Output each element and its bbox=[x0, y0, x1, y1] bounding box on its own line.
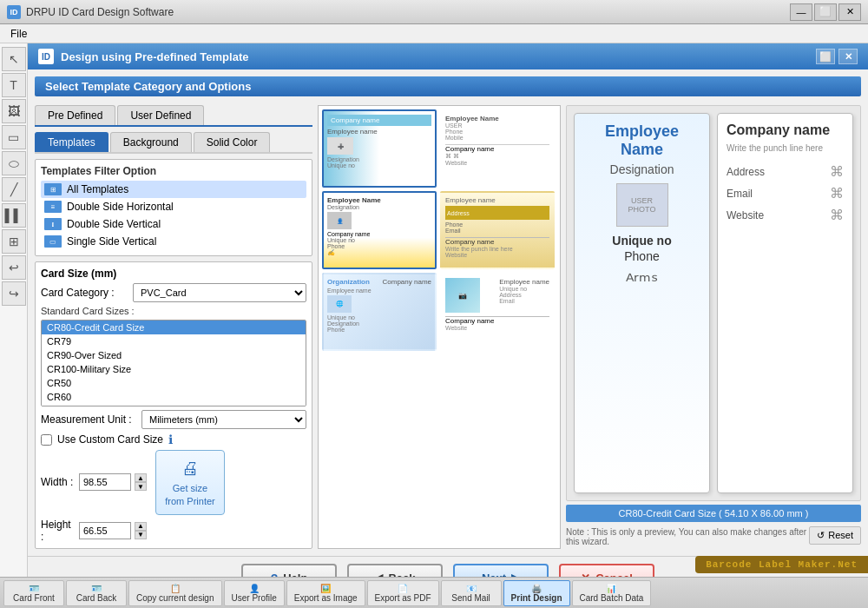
preview-card-back: Company name Write the punch line here A… bbox=[717, 113, 853, 493]
custom-size-label: Use Custom Card Size bbox=[57, 433, 163, 446]
template-thumb-5[interactable]: Organization Company name Employee name … bbox=[322, 273, 437, 351]
cancel-button[interactable]: ✕ Cancel bbox=[559, 564, 654, 577]
height-down[interactable]: ▼ bbox=[135, 531, 147, 539]
next-button[interactable]: Next ▶ bbox=[453, 564, 549, 577]
close-button[interactable]: ✕ bbox=[838, 3, 861, 21]
filter-single-vert[interactable]: ▭ Single Side Vertical bbox=[41, 233, 306, 250]
filter-double-horiz[interactable]: ≡ Double Side Horizontal bbox=[41, 198, 306, 215]
size-cr79[interactable]: CR79 bbox=[42, 334, 306, 348]
get-size-button[interactable]: 🖨 Get size from Printer bbox=[155, 450, 225, 515]
back-email-icon: ⌘ bbox=[830, 185, 844, 202]
size-cr90[interactable]: CR90-Over Sized bbox=[42, 348, 306, 362]
filter-icon-all: ⊞ bbox=[44, 183, 62, 195]
tool-image[interactable]: 🖼 bbox=[2, 99, 26, 123]
info-icon[interactable]: ℹ bbox=[168, 433, 173, 446]
taskbar-user-profile[interactable]: 👤 User Profile bbox=[224, 580, 285, 606]
template-row-2: Employee Name Designation 👤 Company name… bbox=[322, 191, 556, 269]
tool-redo[interactable]: ↪ bbox=[2, 281, 26, 306]
tool-undo[interactable]: ↩ bbox=[2, 255, 26, 280]
custom-size-checkbox[interactable] bbox=[41, 434, 52, 446]
batch-label: Card Batch Data bbox=[580, 593, 644, 603]
template-thumb-1[interactable]: Company name Employee name ➕ Designation… bbox=[322, 109, 437, 188]
filter-icon-sv: ▭ bbox=[44, 235, 62, 248]
minimize-button[interactable]: — bbox=[790, 3, 812, 21]
sub-tabs: Templates Background Solid Color bbox=[35, 132, 312, 154]
size-cr60[interactable]: CR60 bbox=[42, 390, 306, 404]
template-thumb-2[interactable]: Employee Name USER Phone Mobile Company … bbox=[440, 109, 555, 188]
taskbar-card-back[interactable]: 🪪 Card Back bbox=[66, 580, 127, 606]
mail-label: Send Mail bbox=[451, 593, 490, 603]
preview-company: Company name bbox=[727, 122, 844, 138]
image-label: Export as Image bbox=[294, 593, 358, 603]
measurement-label: Measurement Unit : bbox=[41, 413, 136, 426]
card-back-label: Card Back bbox=[76, 593, 117, 603]
taskbar-print-design[interactable]: 🖨️ Print Design bbox=[503, 580, 570, 606]
tab-userdefined[interactable]: User Defined bbox=[117, 105, 204, 125]
taskbar-send-mail[interactable]: 📧 Send Mail bbox=[441, 580, 502, 606]
tool-barcode[interactable]: ▌▌ bbox=[2, 203, 26, 228]
tool-text[interactable]: T bbox=[2, 73, 26, 97]
taskbar-card-batch[interactable]: 📊 Card Batch Data bbox=[572, 580, 652, 606]
tool-line[interactable]: ╱ bbox=[2, 177, 26, 202]
size-cr70[interactable]: CR70 bbox=[42, 404, 306, 406]
back-button[interactable]: ◀ Back bbox=[347, 564, 443, 577]
filter-title: Templates Filter Option bbox=[41, 165, 306, 177]
tool-arrow[interactable]: ↖ bbox=[2, 47, 26, 71]
width-down[interactable]: ▼ bbox=[135, 482, 147, 491]
dialog-maximize[interactable]: ⬜ bbox=[816, 49, 835, 64]
measurement-dropdown[interactable]: Milimeters (mm) bbox=[141, 410, 306, 429]
tab-predefined[interactable]: Pre Defined bbox=[35, 105, 115, 125]
main-panel: Pre Defined User Defined Templates Backg… bbox=[35, 105, 861, 549]
height-input[interactable] bbox=[79, 522, 131, 539]
size-cr100[interactable]: CR100-Military Size bbox=[42, 362, 306, 376]
menu-file[interactable]: File bbox=[3, 26, 34, 42]
taskbar-export-pdf[interactable]: 📄 Export as PDF bbox=[367, 580, 439, 606]
height-spinner: ▲ ▼ bbox=[135, 522, 147, 539]
custom-size-row: Use Custom Card Size ℹ bbox=[41, 433, 306, 446]
size-cr50[interactable]: CR50 bbox=[42, 376, 306, 390]
height-up[interactable]: ▲ bbox=[135, 522, 147, 531]
tab-background[interactable]: Background bbox=[110, 132, 192, 152]
watermark: Barcode Label Maker.Net bbox=[695, 556, 868, 573]
width-input[interactable] bbox=[79, 473, 131, 491]
tool-qr[interactable]: ⊞ bbox=[2, 229, 26, 254]
dialog-title-text: Design using Pre-defined Template bbox=[61, 50, 248, 63]
filter-label-dh: Double Side Horizontal bbox=[67, 201, 174, 213]
tool-rect[interactable]: ▭ bbox=[2, 125, 26, 149]
card-size-section: Card Size (mm) Card Category : PVC_Card … bbox=[35, 261, 312, 549]
dialog-close[interactable]: ✕ bbox=[838, 49, 858, 64]
get-size-label: Get size from Printer bbox=[165, 482, 215, 509]
template-row-1: Company name Employee name ➕ Designation… bbox=[322, 109, 556, 188]
preview-note: Note : This is only a preview, You can a… bbox=[566, 527, 809, 546]
app-title: DRPU ID Card Design Software bbox=[26, 6, 790, 18]
filter-double-vert[interactable]: ⫾ Double Side Vertical bbox=[41, 215, 306, 233]
card-size-title: Card Size (mm) bbox=[41, 268, 306, 280]
category-dropdown[interactable]: PVC_Card bbox=[133, 283, 306, 302]
preview-panel: Employee Name Designation USER PHOTO Uni… bbox=[566, 105, 861, 549]
width-up[interactable]: ▲ bbox=[135, 473, 147, 482]
taskbar-export-image[interactable]: 🖼️ Export as Image bbox=[286, 580, 365, 606]
size-cr80[interactable]: CR80-Credit Card Size bbox=[42, 321, 306, 334]
template-thumb-4[interactable]: Employee name Address Phone Email Compan… bbox=[440, 191, 555, 269]
window-controls: — ⬜ ✕ bbox=[790, 3, 861, 21]
taskbar-copy-design[interactable]: 📋 Copy current design bbox=[128, 580, 222, 606]
standard-sizes-label: Standard Card Sizes : bbox=[41, 306, 306, 316]
tab-solidcolor[interactable]: Solid Color bbox=[194, 132, 271, 152]
template-thumb-6[interactable]: 📷 Employee name Unique no Address Email bbox=[440, 273, 555, 351]
main-tabs: Pre Defined User Defined bbox=[35, 105, 312, 127]
template-thumb-3[interactable]: Employee Name Designation 👤 Company name… bbox=[322, 191, 437, 269]
dialog-title-bar: ID Design using Pre-defined Template ⬜ ✕ bbox=[28, 43, 868, 69]
filter-all-templates[interactable]: ⊞ All Templates bbox=[41, 181, 306, 198]
height-row: Height : ▲ ▼ bbox=[41, 519, 306, 543]
tool-ellipse[interactable]: ⬭ bbox=[2, 151, 26, 175]
tab-templates[interactable]: Templates bbox=[35, 132, 108, 152]
dialog-icon: ID bbox=[38, 49, 54, 64]
size-list[interactable]: CR80-Credit Card Size CR79 CR90-Over Siz… bbox=[41, 320, 306, 406]
maximize-button[interactable]: ⬜ bbox=[814, 3, 837, 21]
template-scroll[interactable]: Company name Employee name ➕ Designation… bbox=[319, 106, 560, 548]
user-label: User Profile bbox=[232, 593, 277, 603]
reset-button[interactable]: ↺ Reset bbox=[809, 526, 861, 545]
help-button[interactable]: ? Help bbox=[241, 564, 337, 577]
height-field: Height : ▲ ▼ bbox=[41, 519, 147, 543]
taskbar-card-front[interactable]: 🪪 Card Front bbox=[3, 580, 64, 606]
